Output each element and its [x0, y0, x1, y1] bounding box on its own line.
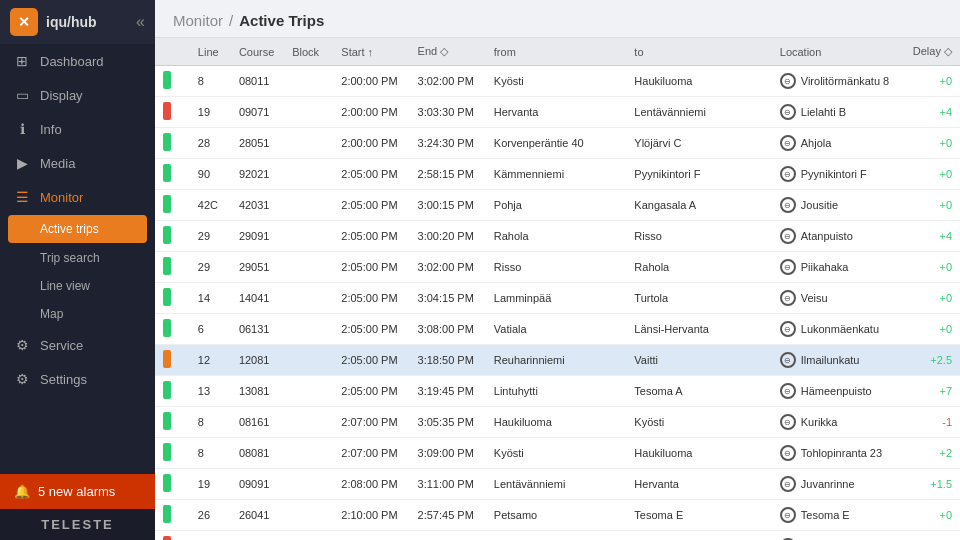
table-row[interactable]: 6 06131 2:05:00 PM 3:08:00 PM Vatiala Lä… [155, 314, 960, 345]
sidebar-item-settings[interactable]: ⚙ Settings [0, 362, 155, 396]
info-icon: ℹ [14, 121, 30, 137]
sidebar-label-info: Info [40, 122, 62, 137]
sidebar-item-monitor[interactable]: ☰ Monitor [0, 180, 155, 214]
sidebar-subitem-trip-search[interactable]: Trip search [0, 244, 155, 272]
row-to: Länsi-Hervanta [626, 314, 771, 345]
row-course: 42031 [231, 190, 284, 221]
table-row[interactable]: 19 09091 2:08:00 PM 3:11:00 PM Lentävänn… [155, 469, 960, 500]
row-location: ⊖ Jousitie [772, 190, 905, 221]
row-location: ⊖ Mäntylänttie [772, 531, 905, 541]
row-location: ⊖ Tohlopinranta 23 [772, 438, 905, 469]
bus-icon: ⊖ [780, 166, 796, 182]
row-course: 08081 [231, 438, 284, 469]
row-end: 3:08:00 PM [410, 314, 486, 345]
table-row[interactable]: 19 09071 2:00:00 PM 3:03:30 PM Hervanta … [155, 97, 960, 128]
row-status [155, 500, 190, 531]
row-delay: -1 [905, 407, 960, 438]
row-line: 19 [190, 97, 231, 128]
row-course: 14041 [231, 283, 284, 314]
bus-icon: ⊖ [780, 507, 796, 523]
sidebar-item-info[interactable]: ℹ Info [0, 112, 155, 146]
col-header-location[interactable]: Location [772, 38, 905, 66]
active-trips-table: Line Course Block Start ↑ End ◇ from to … [155, 38, 960, 540]
row-end: 3:03:30 PM [410, 97, 486, 128]
row-location: ⊖ Juvanrinne [772, 469, 905, 500]
row-location: ⊖ Ahjola [772, 128, 905, 159]
col-header-end[interactable]: End ◇ [410, 38, 486, 66]
sidebar-item-service[interactable]: ⚙ Service [0, 328, 155, 362]
row-to: Ylöjärvi C [626, 128, 771, 159]
row-course: 29051 [231, 252, 284, 283]
table-row[interactable]: 90 92021 2:05:00 PM 2:58:15 PM Kämmennie… [155, 159, 960, 190]
row-course: 29091 [231, 221, 284, 252]
row-to: Valkeakosken linja-auto... [626, 531, 771, 541]
row-block [284, 407, 333, 438]
table-row[interactable]: 29 29051 2:05:00 PM 3:02:00 PM Risso Rah… [155, 252, 960, 283]
col-header-delay[interactable]: Delay ◇ [905, 38, 960, 66]
table-row[interactable]: 13 13081 2:05:00 PM 3:19:45 PM Lintuhytt… [155, 376, 960, 407]
table-row[interactable]: 29 29091 2:05:00 PM 3:00:20 PM Rahola Ri… [155, 221, 960, 252]
sidebar-item-media[interactable]: ▶ Media [0, 146, 155, 180]
col-header-status[interactable] [155, 38, 190, 66]
row-block [284, 438, 333, 469]
trips-table-container[interactable]: Line Course Block Start ↑ End ◇ from to … [155, 38, 960, 540]
row-line: 66A [190, 531, 231, 541]
table-row[interactable]: 66A 66101 2:10:00 PM 3:04:00 PM Valkeako… [155, 531, 960, 541]
collapse-button[interactable]: « [136, 13, 145, 31]
row-block [284, 500, 333, 531]
col-header-start[interactable]: Start ↑ [333, 38, 409, 66]
col-header-line[interactable]: Line [190, 38, 231, 66]
row-end: 3:09:00 PM [410, 438, 486, 469]
row-status [155, 314, 190, 345]
row-location: ⊖ Piikahaka [772, 252, 905, 283]
row-end: 3:00:15 PM [410, 190, 486, 221]
row-block [284, 531, 333, 541]
row-line: 29 [190, 221, 231, 252]
main-content: Monitor / Active Trips Line Course Block… [155, 0, 960, 540]
row-location: ⊖ Tesoma E [772, 500, 905, 531]
table-row[interactable]: 12 12081 2:05:00 PM 3:18:50 PM Reuharinn… [155, 345, 960, 376]
row-status [155, 252, 190, 283]
row-status [155, 283, 190, 314]
table-row[interactable]: 8 08011 2:00:00 PM 3:02:00 PM Kyösti Hau… [155, 66, 960, 97]
sidebar-subitem-active-trips[interactable]: Active trips [8, 215, 147, 243]
row-location: ⊖ Veisu [772, 283, 905, 314]
sidebar-subitem-map[interactable]: Map [0, 300, 155, 328]
alarms-bar[interactable]: 🔔 5 new alarms [0, 474, 155, 509]
sidebar-subitem-line-view[interactable]: Line view [0, 272, 155, 300]
sidebar-item-dashboard[interactable]: ⊞ Dashboard [0, 44, 155, 78]
row-to: Rahola [626, 252, 771, 283]
row-line: 8 [190, 66, 231, 97]
table-row[interactable]: 14 14041 2:05:00 PM 3:04:15 PM Lamminpää… [155, 283, 960, 314]
row-from: Petsamo [486, 500, 627, 531]
row-block [284, 376, 333, 407]
col-header-to[interactable]: to [626, 38, 771, 66]
sidebar-label-service: Service [40, 338, 83, 353]
sidebar-item-display[interactable]: ▭ Display [0, 78, 155, 112]
row-location: ⊖ Virolitörmänkatu 8 [772, 66, 905, 97]
row-to: Kangasala A [626, 190, 771, 221]
row-from: Rahola [486, 221, 627, 252]
trip-search-label: Trip search [40, 251, 100, 265]
row-course: 12081 [231, 345, 284, 376]
row-from: Lamminpää [486, 283, 627, 314]
row-to: Haukiluoma [626, 66, 771, 97]
row-delay: +0 [905, 283, 960, 314]
table-row[interactable]: 42C 42031 2:05:00 PM 3:00:15 PM Pohja Ka… [155, 190, 960, 221]
table-row[interactable]: 8 08081 2:07:00 PM 3:09:00 PM Kyösti Hau… [155, 438, 960, 469]
row-from: Kyösti [486, 438, 627, 469]
col-header-from[interactable]: from [486, 38, 627, 66]
row-location: ⊖ Lielahti B [772, 97, 905, 128]
table-row[interactable]: 8 08161 2:07:00 PM 3:05:35 PM Haukiluoma… [155, 407, 960, 438]
bus-icon: ⊖ [780, 228, 796, 244]
map-label: Map [40, 307, 63, 321]
row-line: 90 [190, 159, 231, 190]
col-header-course[interactable]: Course [231, 38, 284, 66]
row-status [155, 159, 190, 190]
col-header-block[interactable]: Block [284, 38, 333, 66]
row-start: 2:08:00 PM [333, 469, 409, 500]
table-row[interactable]: 28 28051 2:00:00 PM 3:24:30 PM Korvenper… [155, 128, 960, 159]
table-row[interactable]: 26 26041 2:10:00 PM 2:57:45 PM Petsamo T… [155, 500, 960, 531]
active-trips-label: Active trips [40, 222, 99, 236]
row-delay: +1.5 [905, 469, 960, 500]
